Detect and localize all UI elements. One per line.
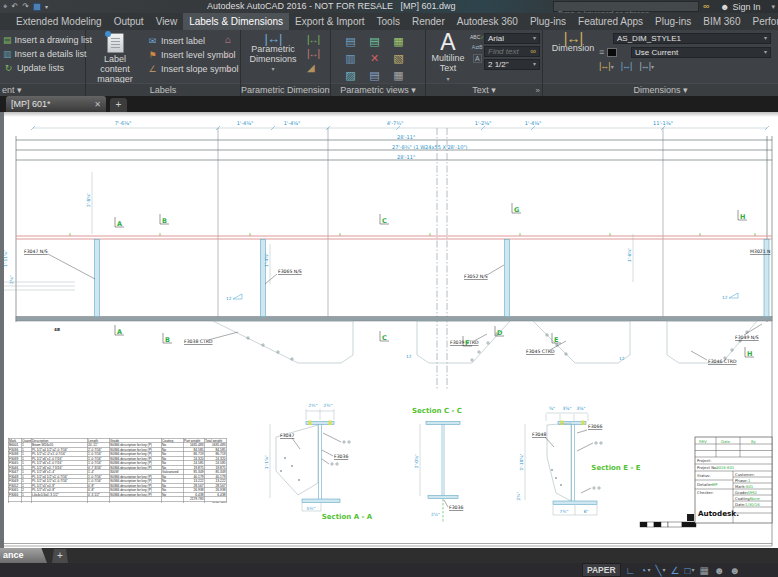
search-icon[interactable]: ∞ [703,0,709,13]
svg-text:1'-1⅝": 1'-1⅝" [264,455,269,469]
tab-output[interactable]: Output [108,13,150,30]
parametric-dimensions-button[interactable]: |↔| Parametric Dimensions ▾ [245,34,301,74]
ribbon-tab-bar: Extended Modeling Output View Labels & D… [0,13,778,30]
continue-dimension-icon[interactable]: |↔| [621,61,632,71]
view-icon-7[interactable]: ▨ [345,68,355,82]
find-text-box[interactable]: ∞ [484,46,540,57]
svg-text:4'-7¾": 4'-7¾" [387,120,404,126]
view-delete-icon[interactable]: ✕ [370,51,379,65]
parametric-dim-red-icon[interactable]: |↔| [307,48,319,59]
tab-labels-dimensions[interactable]: Labels & Dimensions [183,13,289,30]
svg-text:12: 12 [619,356,625,361]
annotation-visibility-icon[interactable]: ◔▾ [640,564,650,577]
clean-screen-icon[interactable]: ☻ [729,564,740,577]
tab-plug-ins-1[interactable]: Plug-ins [524,13,572,30]
angle-snap-icon[interactable]: ∠ [670,564,679,577]
quick-access-toolbar: ⌖ ↶ ↷ ▾ [3,0,48,13]
help-search[interactable] [553,1,699,12]
scale-bar [640,522,696,527]
panel-label-labels[interactable]: Labels [86,83,240,96]
tab-tools[interactable]: Tools [371,13,406,30]
panel-labels: Label content manager ✉ Insert label ⚑ I… [86,30,241,96]
svg-text:1'-4⅝": 1'-4⅝" [525,120,542,126]
svg-text:⅝": ⅝" [549,406,555,411]
tab-autodesk-360[interactable]: Autodesk 360 [451,13,524,30]
svg-text:A: A [117,220,122,228]
update-lists-button[interactable]: ↻ Update lists [0,61,85,75]
tab-render[interactable]: Render [406,13,451,30]
tab-extended-modeling[interactable]: Extended Modeling [10,13,108,30]
svg-text:6": 6" [584,509,589,514]
panel-label-dimensions[interactable]: Dimensions ▾ [543,83,778,96]
pan-icon[interactable]: ⌖ [3,2,8,12]
document-tab-active[interactable]: [MP] 601* ✕ [6,96,106,112]
svg-text:7'-6⅝": 7'-6⅝" [115,120,132,126]
save-icon[interactable] [33,3,41,11]
insert-details-list-button[interactable]: ▥ Insert a details list [0,47,85,61]
label-content-manager-button[interactable]: Label content manager [88,32,142,84]
check-spelling-icon[interactable]: ABC✓ [470,34,484,40]
font-select[interactable]: Arial▾ [484,33,540,44]
level-symbol-style-icon-3[interactable]: ⌂ [225,62,231,73]
selection-filter-icon[interactable]: □▾ [684,564,694,577]
view-icon-6[interactable]: ▧ [393,51,403,65]
isolate-objects-icon[interactable]: ☻ [714,564,725,577]
tab-bim-360[interactable]: BIM 360 [697,13,746,30]
dimension-style-select[interactable]: AS_DIM_STYLE1▾ [613,33,771,44]
qat-dropdown-icon[interactable]: ▾ [45,3,48,10]
panel-label-lists[interactable]: ent ▾ [0,83,85,96]
text-panel-expander-icon[interactable]: » [536,86,540,95]
panel-label-parametric-views[interactable]: Parametric views ▾ [331,83,425,96]
hardware-acceleration-icon[interactable]: ▦ [699,564,708,577]
tab-export-import[interactable]: Export & Import [289,13,370,30]
linear-dimension-icon[interactable]: |↔|▾ [599,61,613,71]
insert-drawing-list-button[interactable]: ▤ Insert a drawing list [0,33,85,47]
redo-icon[interactable]: ↷ [22,2,29,11]
drawing-canvas[interactable]: 7'-6⅝" 1'-4⅝" 1'-4⅝" 4'-7¾" 1'-2⅝" 1'-4⅝… [0,112,778,548]
titlebar-dropdown-icon[interactable]: ▾ [771,0,775,13]
find-binoculars-icon[interactable]: ∞ [530,47,536,56]
parametric-dim-green-icon[interactable]: |↔| [307,34,319,45]
panel-label-text[interactable]: Text ▾ [426,83,542,96]
tab-plug-ins-2[interactable]: Plug-ins [649,13,697,30]
text-style-icon[interactable]: A [473,54,482,63]
canvas-left-edge [0,112,4,548]
tab-performance[interactable]: Performance [746,13,778,30]
view-icon-3[interactable]: ▦ [393,34,403,48]
svg-text:2016-601: 2016-601 [716,465,735,470]
multiline-text-button[interactable]: A Multiline Text ▾ [428,31,468,84]
panel-label-parametric-dimensions[interactable]: Parametric Dimensions [241,83,330,96]
find-text-input[interactable] [488,47,530,56]
close-document-icon[interactable]: ✕ [94,100,101,109]
level-symbol-style-icon-2[interactable]: ⌂ [225,48,231,59]
tab-featured-apps[interactable]: Featured Apps [572,13,649,30]
update-lists-icon: ↻ [3,63,14,73]
new-layout-button[interactable]: + [52,549,68,563]
view-icon-1[interactable]: ▤ [345,34,355,48]
status-bar: PAPER ∟ ◔▾ ╲▾ ∠ □▾ ▦ ☻ ☻ [0,563,778,577]
view-icon-8[interactable]: ▤ [369,68,379,82]
undo-icon[interactable]: ↶ [12,2,19,11]
dimension-button[interactable]: |↔| Dimension [549,33,597,53]
text-height-select[interactable]: 2 1/2"▾ [484,59,540,70]
svg-text:1'-4⅝": 1'-4⅝" [284,120,301,126]
view-icon-9[interactable]: ▦ [393,68,403,82]
layout-tab-advance-steel[interactable]: ance Steel [0,548,47,563]
level-symbol-style-icon-1[interactable]: ⌂ [225,34,231,45]
find-replace-icon[interactable]: A⇄B [472,44,483,50]
dimension-layer-select[interactable]: Use Current▾ [631,47,771,58]
new-document-tab-button[interactable]: + [110,98,127,112]
layers-icon[interactable]: ≡ [599,47,604,57]
tab-view[interactable]: View [150,13,184,30]
paper-space-button[interactable]: PAPER [582,563,621,577]
svg-text:A992: A992 [747,490,757,495]
annotation-scale-icon[interactable]: ╲▾ [655,564,665,577]
view-icon-2[interactable]: ▤ [369,34,379,48]
sign-in-button[interactable]: ☻ Sign In [720,0,761,13]
ucs-icon[interactable]: ∟ [626,564,636,577]
view-icon-4[interactable]: ▥ [345,51,355,65]
color-swatch[interactable] [607,48,617,57]
ribbon: ▤ Insert a drawing list ▥ Insert a detai… [0,30,778,96]
parametric-dim-slope-icon[interactable]: ◢ [307,62,319,73]
baseline-dimension-icon[interactable]: |↔|▾ [639,61,653,71]
